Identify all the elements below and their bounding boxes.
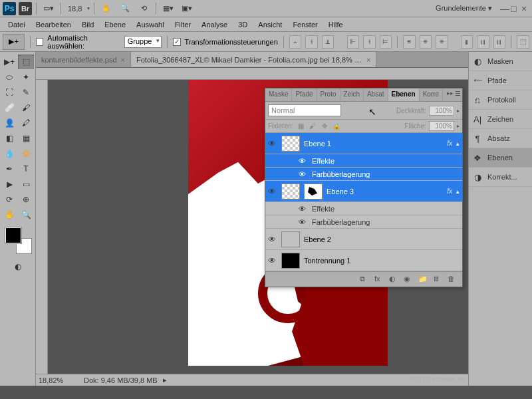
stamp-tool-icon[interactable]: 👤	[1, 116, 17, 130]
effects-row[interactable]: 👁 Effekte	[265, 202, 462, 215]
pen-tool-icon[interactable]: ✒	[1, 162, 17, 176]
visibility-icon[interactable]: 👁	[299, 218, 308, 226]
panel-adjustments[interactable]: ◑Korrekt...	[469, 168, 532, 187]
zoom-tool-icon[interactable]: 🔍	[117, 2, 133, 15]
close-icon[interactable]: ×	[121, 56, 125, 64]
close-icon[interactable]: ×	[366, 56, 370, 64]
panel-collapse-icon[interactable]: ▸▸	[447, 90, 454, 100]
distribute-vcenter-icon[interactable]: ≡	[420, 35, 432, 49]
menu-select[interactable]: Auswahl	[131, 19, 170, 31]
menu-analysis[interactable]: Analyse	[196, 19, 233, 31]
effects-row[interactable]: 👁 Effekte	[265, 154, 462, 168]
fx-badge[interactable]: fx	[447, 140, 452, 147]
distribute-left-icon[interactable]: ⫼	[461, 35, 473, 49]
layer-row[interactable]: 👁 Tontrennung 1	[265, 250, 462, 271]
zoom-level-display[interactable]: 18,8	[65, 5, 84, 13]
layer-row[interactable]: 👁 Ebene 2	[265, 229, 462, 250]
healing-tool-icon[interactable]: 🩹	[1, 100, 17, 115]
layer-mask-thumbnail[interactable]	[304, 184, 323, 200]
new-layer-icon[interactable]: 🗎	[433, 275, 444, 284]
align-bottom-icon[interactable]: ⫫	[322, 35, 334, 49]
marquee-tool-icon[interactable]: ⬚	[18, 55, 34, 69]
panel-paths[interactable]: ⬳Pfade	[469, 71, 532, 90]
brush-tool-icon[interactable]: 🖌	[18, 100, 34, 115]
layer-thumbnail[interactable]	[281, 231, 300, 247]
zoom-tool-icon[interactable]: 🔍	[18, 207, 34, 222]
shape-tool-icon[interactable]: ▭	[18, 177, 34, 192]
document-tab-1[interactable]: konturenbildeffekte.psd ×	[36, 52, 131, 67]
distribute-right-icon[interactable]: ⫼	[493, 35, 506, 49]
rotate-view-icon[interactable]: ⟲	[136, 2, 152, 15]
lock-all-icon[interactable]: 🔒	[332, 122, 341, 131]
blur-tool-icon[interactable]: 💧	[1, 146, 17, 161]
maximize-icon[interactable]: □	[511, 5, 519, 13]
menu-edit[interactable]: Bearbeiten	[31, 19, 76, 31]
effect-item-row[interactable]: 👁 Farbüberlagerung	[265, 215, 462, 229]
opacity-dropdown-icon[interactable]: ▸	[457, 108, 460, 114]
tab-paths[interactable]: Pfade	[292, 88, 317, 101]
screen-mode-icon[interactable]: ▣▾	[179, 2, 195, 15]
minimize-icon[interactable]: —	[500, 5, 508, 13]
current-tool-icon[interactable]: ▶+	[3, 34, 25, 50]
vertical-ruler[interactable]	[36, 80, 48, 386]
blend-mode-dropdown[interactable]: Normal	[268, 104, 341, 116]
visibility-icon[interactable]: 👁	[299, 157, 308, 165]
status-doc-size[interactable]: Dok: 9,46 MB/39,8 MB	[84, 376, 158, 384]
align-right-icon[interactable]: ⊨	[380, 35, 392, 49]
fill-input[interactable]: 100%	[429, 121, 454, 131]
effect-item-row[interactable]: 👁 Farbüberlagerung	[265, 168, 462, 181]
lock-position-icon[interactable]: ✥	[320, 122, 329, 131]
tab-history[interactable]: Proto	[317, 88, 340, 101]
tab-adjustments[interactable]: Korre	[420, 88, 443, 101]
align-left-icon[interactable]: ⊩	[347, 35, 360, 49]
layer-name[interactable]: Ebene 1	[304, 140, 443, 148]
visibility-icon[interactable]: 👁	[268, 187, 277, 196]
gradient-tool-icon[interactable]: ▦	[18, 131, 34, 146]
align-vcenter-icon[interactable]: ⫲	[305, 35, 318, 49]
type-tool-icon[interactable]: T	[18, 162, 34, 176]
panel-menu-icon[interactable]: ☰	[455, 90, 461, 100]
view-extras-button[interactable]: ▭▾	[41, 2, 57, 15]
history-brush-tool-icon[interactable]: 🖍	[18, 116, 34, 130]
quick-select-tool-icon[interactable]: ✦	[18, 70, 34, 84]
visibility-icon[interactable]: 👁	[299, 205, 308, 213]
horizontal-ruler[interactable]	[36, 68, 468, 80]
new-group-icon[interactable]: 📁	[418, 275, 429, 284]
eyedropper-tool-icon[interactable]: ✎	[18, 85, 34, 100]
distribute-top-icon[interactable]: ≡	[403, 35, 416, 49]
dodge-tool-icon[interactable]: 🔅	[18, 146, 34, 161]
tab-character[interactable]: Zeich	[340, 88, 364, 101]
fill-dropdown-icon[interactable]: ▸	[457, 123, 460, 129]
distribute-bottom-icon[interactable]: ≡	[436, 35, 448, 49]
menu-file[interactable]: Datei	[3, 19, 31, 31]
chevron-down-icon[interactable]: ▴	[456, 188, 460, 195]
tab-paragraph[interactable]: Absat	[364, 88, 388, 101]
eraser-tool-icon[interactable]: ◧	[1, 131, 17, 146]
menu-filter[interactable]: Filter	[170, 19, 196, 31]
foreground-color[interactable]	[5, 227, 21, 243]
visibility-icon[interactable]: 👁	[268, 256, 277, 265]
menu-help[interactable]: Hilfe	[323, 19, 348, 31]
lock-transparency-icon[interactable]: ▦	[296, 122, 305, 131]
layer-name[interactable]: Ebene 3	[327, 188, 443, 196]
menu-3d[interactable]: 3D	[233, 19, 253, 31]
lasso-tool-icon[interactable]: ⬭	[1, 70, 17, 84]
hand-tool-icon[interactable]: ✋	[98, 2, 114, 15]
crop-tool-icon[interactable]: ⛶	[1, 85, 17, 100]
close-icon[interactable]: ×	[521, 5, 529, 13]
transform-controls-checkbox[interactable]	[173, 38, 180, 46]
align-hcenter-icon[interactable]: ⫲	[363, 35, 376, 49]
arrange-docs-icon[interactable]: ▦▾	[160, 2, 176, 15]
visibility-icon[interactable]: 👁	[268, 139, 277, 148]
tab-layers[interactable]: Ebenen	[388, 88, 420, 101]
layer-thumbnail[interactable]	[281, 184, 300, 200]
panel-masks[interactable]: ◐Masken	[469, 52, 532, 71]
color-swatches[interactable]	[5, 227, 32, 254]
align-top-icon[interactable]: ⫠	[289, 35, 302, 49]
panel-paragraph[interactable]: ¶Absatz	[469, 129, 532, 148]
menu-image[interactable]: Bild	[76, 19, 99, 31]
menu-window[interactable]: Fenster	[287, 19, 323, 31]
bridge-icon[interactable]: Br	[19, 2, 32, 15]
status-dropdown-icon[interactable]: ▸	[163, 376, 167, 384]
visibility-icon[interactable]: 👁	[268, 235, 277, 244]
